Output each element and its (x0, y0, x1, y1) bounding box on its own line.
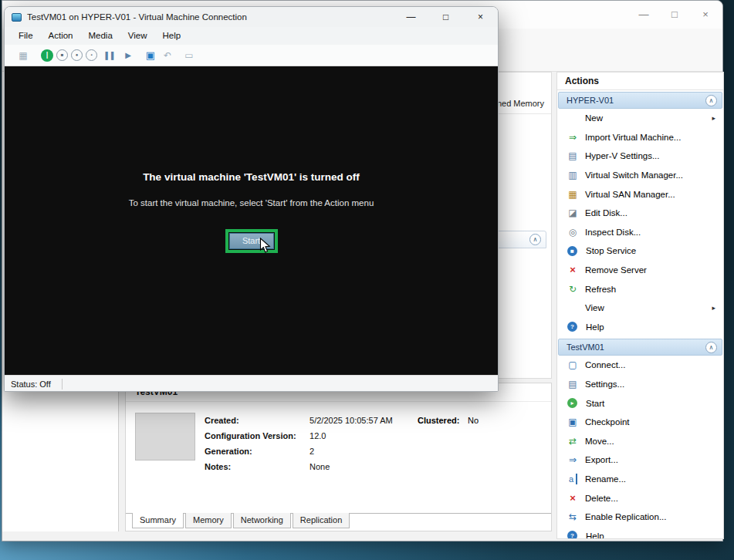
start-button-toolbar[interactable]: | (41, 49, 53, 62)
menu-view[interactable]: View (120, 27, 155, 45)
action-move[interactable]: ⇄ Move... (557, 432, 723, 451)
export-icon: ⇒ (567, 454, 579, 465)
action-settings[interactable]: ▤ Settings... (557, 375, 723, 394)
shut-down-button[interactable]: ● (71, 49, 83, 61)
vmconnect-close-button[interactable]: × (463, 7, 498, 27)
help-icon: ? (567, 531, 577, 539)
vmconnect-menubar: File Action Media View Help (5, 27, 498, 45)
hyper-v-settings-icon: ▤ (567, 150, 579, 161)
action-refresh[interactable]: ↻ Refresh (557, 279, 723, 299)
action-help[interactable]: ? Help (557, 318, 723, 337)
field-label: Clustered: (418, 416, 465, 425)
action-label: View (585, 303, 604, 312)
action-checkpoint[interactable]: ▣ Checkpoint (557, 413, 723, 432)
submenu-arrow-icon: ▸ (712, 304, 715, 312)
menu-action[interactable]: Action (41, 27, 81, 45)
statusbar-divider (62, 379, 63, 390)
refresh-icon: ↻ (567, 284, 579, 295)
tab-networking[interactable]: Networking (233, 513, 291, 528)
turn-off-button[interactable]: ■ (56, 49, 68, 61)
action-label: Help (586, 531, 604, 539)
action-label: Refresh (585, 285, 616, 294)
connect-icon: ▢ (567, 359, 579, 370)
action-label: Import Virtual Machine... (585, 133, 681, 142)
action-start[interactable]: ▸ Start (557, 393, 723, 413)
action-inspect-disk[interactable]: ◎ Inspect Disk... (557, 223, 723, 242)
reset-button[interactable]: ▶ (121, 51, 135, 59)
action-label: Settings... (585, 380, 624, 389)
field-value: None (309, 462, 330, 471)
chevron-up-icon[interactable]: ∧ (705, 95, 717, 106)
action-label: Checkpoint (585, 417, 630, 427)
save-button[interactable]: ▪ (86, 49, 97, 61)
action-label: Remove Server (585, 265, 647, 275)
ctrl-alt-del-button[interactable]: ▦ (16, 50, 30, 61)
checkpoint-button[interactable]: ▣ (144, 49, 157, 61)
enhanced-session-button[interactable]: ▭ (182, 50, 196, 61)
action-label: Help (586, 322, 604, 332)
virtual-san-manager-icon: ▦ (567, 189, 579, 200)
submenu-arrow-icon: ▸ (712, 114, 715, 122)
checkpoint-icon: ▣ (567, 417, 579, 427)
field-value: 12.0 (309, 431, 326, 440)
enable-replication-icon: ⇆ (567, 511, 579, 522)
menu-help[interactable]: Help (155, 27, 189, 45)
manager-minimize-button[interactable]: — (628, 1, 659, 29)
vmconnect-icon (12, 13, 22, 22)
tab-replication[interactable]: Replication (293, 513, 350, 528)
status-text: Status: Off (11, 380, 51, 389)
inspect-disk-icon: ◎ (567, 227, 579, 238)
action-hyper-v-settings[interactable]: ▤ Hyper-V Settings... (557, 147, 723, 166)
action-view[interactable]: View ▸ (557, 299, 723, 318)
mouse-cursor (259, 238, 271, 254)
field-value: 2 (309, 447, 314, 456)
field-configuration-version: Configuration Version: 12.0 (205, 431, 326, 440)
chevron-up-icon[interactable]: ∧ (705, 342, 717, 353)
vm-thumbnail (135, 413, 195, 460)
actions-pane: Actions HYPER-V01 ∧ New ▸ ⇒ Import Virtu… (556, 72, 724, 539)
action-label: Virtual SAN Manager... (585, 190, 675, 199)
actions-group-header-testvm01[interactable]: TestVM01 ∧ (558, 339, 722, 356)
vmconnect-maximize-button[interactable]: □ (428, 7, 463, 27)
vm-off-message: The virtual machine 'TestVM01' is turned… (5, 171, 498, 183)
manager-close-button[interactable]: × (690, 1, 721, 29)
field-clustered: Clustered: No (418, 416, 479, 425)
vmconnect-statusbar: Status: Off (5, 375, 498, 392)
action-delete[interactable]: × Delete... (557, 488, 723, 508)
action-enable-replication[interactable]: ⇆ Enable Replication... (557, 508, 723, 527)
vmconnect-minimize-button[interactable]: — (394, 7, 428, 27)
action-export[interactable]: ⇒ Export... (557, 450, 723, 470)
revert-button[interactable]: ↶ (161, 50, 174, 61)
action-import-virtual-machine[interactable]: ⇒ Import Virtual Machine... (557, 128, 723, 147)
action-edit-disk[interactable]: ◪ Edit Disk... (557, 204, 723, 223)
vmconnect-title: TestVM01 on HYPER-V01 - Virtual Machine … (27, 12, 394, 22)
group-header-label: HYPER-V01 (567, 96, 705, 105)
pause-button[interactable]: ▌▌ (104, 52, 118, 59)
tab-memory[interactable]: Memory (185, 513, 232, 528)
action-remove-server[interactable]: × Remove Server (557, 261, 723, 280)
action-stop-service[interactable]: ■ Stop Service (557, 241, 723, 261)
tab-summary[interactable]: Summary (132, 513, 184, 528)
chevron-up-icon[interactable]: ∧ (529, 234, 541, 245)
action-new[interactable]: New ▸ (557, 109, 723, 128)
action-rename[interactable]: a Rename... (557, 470, 723, 489)
action-label: Rename... (585, 474, 626, 484)
vmconnect-toolbar: ▦ | ■ ● ▪ ▌▌ ▶ ▣ ↶ ▭ (5, 45, 498, 66)
action-label: Virtual Switch Manager... (585, 170, 683, 180)
actions-group-header-hyperv01[interactable]: HYPER-V01 ∧ (558, 92, 722, 109)
action-connect[interactable]: ▢ Connect... (557, 356, 723, 375)
rename-icon: a (567, 474, 577, 484)
action-virtual-san-manager[interactable]: ▦ Virtual SAN Manager... (557, 184, 723, 204)
vmconnect-titlebar: TestVM01 on HYPER-V01 - Virtual Machine … (5, 7, 498, 27)
menu-file[interactable]: File (11, 27, 41, 45)
action-virtual-switch-manager[interactable]: ▥ Virtual Switch Manager... (557, 166, 723, 185)
vm-screen: The virtual machine 'TestVM01' is turned… (5, 66, 498, 375)
action-label: Hyper-V Settings... (585, 151, 660, 160)
action-help-vm[interactable]: ? Help (557, 526, 723, 539)
field-created: Created: 5/2/2025 10:05:57 AM (205, 416, 393, 425)
start-icon: ▸ (567, 398, 577, 408)
vm-off-instruction: To start the virtual machine, select 'St… (5, 198, 498, 207)
menu-media[interactable]: Media (81, 27, 120, 45)
vmconnect-window: TestVM01 on HYPER-V01 - Virtual Machine … (4, 6, 499, 392)
manager-maximize-button[interactable]: □ (659, 1, 690, 29)
